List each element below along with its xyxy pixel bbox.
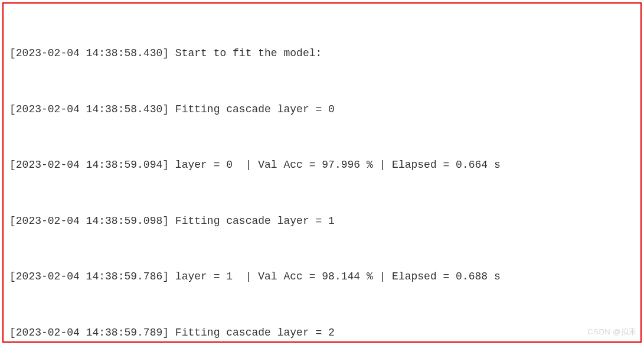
log-line: [2023-02-04 14:38:59.098] Fitting cascad… xyxy=(9,212,635,231)
log-line: [2023-02-04 14:38:59.786] layer = 1 | Va… xyxy=(9,268,635,287)
log-output-panel: [2023-02-04 14:38:58.430] Start to fit t… xyxy=(2,2,642,343)
watermark-text: CSDN @拟禾 xyxy=(587,326,637,339)
log-line: [2023-02-04 14:38:58.430] Fitting cascad… xyxy=(9,100,635,119)
log-line: [2023-02-04 14:38:58.430] Start to fit t… xyxy=(9,44,635,63)
log-line: [2023-02-04 14:38:59.789] Fitting cascad… xyxy=(9,324,635,343)
log-line: [2023-02-04 14:38:59.094] layer = 0 | Va… xyxy=(9,156,635,175)
